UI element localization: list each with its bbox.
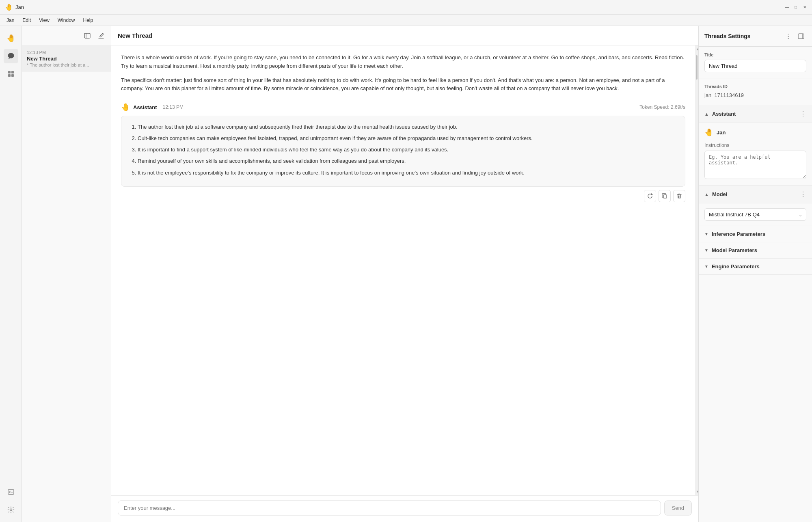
- title-label: Title: [704, 52, 806, 57]
- assistant-emoji: 🤚: [121, 103, 130, 112]
- assistant-name-row: 🤚 Jan: [704, 128, 806, 137]
- icon-sidebar: 🤚: [0, 26, 22, 522]
- inference-params-header[interactable]: ▼ Inference Parameters: [699, 226, 812, 242]
- svg-rect-3: [11, 74, 14, 77]
- maximize-button[interactable]: □: [793, 5, 798, 10]
- delete-button[interactable]: [673, 190, 685, 202]
- thread-item[interactable]: 12:13 PM New Thread * The author lost th…: [22, 46, 111, 72]
- model-params-section: ▼ Model Parameters: [699, 242, 812, 259]
- assistant-section-name: Jan: [717, 129, 726, 136]
- thread-item-time: 12:13 PM: [27, 50, 106, 55]
- chat-title: New Thread: [118, 32, 152, 39]
- assistant-section-header[interactable]: ▲ Assistant ⋮: [699, 105, 812, 123]
- thread-item-title: New Thread: [27, 56, 106, 62]
- user-message: There is a whole world outside of work. …: [121, 54, 685, 93]
- settings-more-icon[interactable]: ⋮: [783, 31, 793, 41]
- user-message-p2: The specifics don't matter: just find so…: [121, 76, 685, 93]
- engine-params-chevron-icon: ▼: [704, 264, 708, 269]
- chat-messages: There is a whole world outside of work. …: [111, 45, 695, 495]
- svg-rect-2: [8, 74, 11, 77]
- assistant-message: 🤚 Assistant 12:13 PM Token Speed: 2.69t/…: [121, 103, 685, 202]
- svg-point-5: [10, 509, 12, 511]
- thread-sidebar: 12:13 PM New Thread * The author lost th…: [22, 26, 111, 522]
- svg-rect-1: [11, 71, 14, 73]
- list-item: It is not the employee's responsibility …: [138, 168, 677, 177]
- title-input[interactable]: [704, 60, 806, 72]
- user-message-p1: There is a whole world outside of work. …: [121, 54, 685, 71]
- assistant-more-icon[interactable]: ⋮: [800, 110, 806, 118]
- settings-title-section: Title: [699, 47, 812, 78]
- close-button[interactable]: ✕: [802, 5, 807, 10]
- titlebar: 🤚 Jan — □ ✕: [0, 0, 812, 15]
- inference-params-section: ▼ Inference Parameters: [699, 226, 812, 242]
- sidebar-item-settings[interactable]: [4, 503, 18, 517]
- assistant-name-label: Assistant: [133, 104, 157, 110]
- copy-button[interactable]: [659, 190, 671, 202]
- engine-params-section: ▼ Engine Parameters: [699, 259, 812, 275]
- scroll-down-arrow[interactable]: ▼: [696, 489, 698, 494]
- model-select-wrapper: Mistral Instruct 7B Q4 ⌄: [704, 208, 806, 221]
- sidebar-bottom: [4, 485, 18, 517]
- chat-header: New Thread: [111, 26, 698, 45]
- assistant-section-emoji: 🤚: [704, 128, 713, 137]
- svg-rect-4: [8, 490, 14, 494]
- collapse-sidebar-button[interactable]: [82, 30, 93, 41]
- menu-jan[interactable]: Jan: [3, 17, 17, 24]
- inference-params-chevron-icon: ▼: [704, 232, 708, 236]
- svg-rect-0: [8, 71, 11, 73]
- assistant-label: Assistant: [712, 111, 736, 117]
- menu-view[interactable]: View: [36, 17, 53, 24]
- model-chevron-icon: ▲: [704, 192, 709, 197]
- engine-params-label: Engine Parameters: [712, 263, 760, 270]
- scroll-up-arrow[interactable]: ▲: [696, 46, 698, 52]
- assistant-message-header: 🤚 Assistant 12:13 PM Token Speed: 2.69t/…: [121, 103, 685, 112]
- chat-scrollbar[interactable]: ▲ ▼: [695, 45, 698, 495]
- model-select[interactable]: Mistral Instruct 7B Q4: [704, 208, 806, 221]
- token-speed-value: 2.69t/s: [671, 104, 685, 110]
- app-body: 🤚: [0, 26, 812, 522]
- sidebar-item-chat[interactable]: [4, 49, 18, 63]
- assistant-name-row: 🤚 Assistant 12:13 PM: [121, 103, 184, 112]
- assistant-section-title: ▲ Assistant: [704, 111, 736, 117]
- list-item: It is important to find a support system…: [138, 145, 677, 154]
- chat-input[interactable]: [118, 500, 661, 516]
- settings-collapse-icon[interactable]: [796, 31, 806, 41]
- threads-id-label: Threads ID: [704, 84, 806, 89]
- assistant-message-content: The author lost their job at a software …: [121, 116, 685, 186]
- engine-params-header[interactable]: ▼ Engine Parameters: [699, 259, 812, 274]
- list-item: The author lost their job at a software …: [138, 123, 677, 132]
- send-button[interactable]: Send: [664, 500, 692, 516]
- instructions-textarea[interactable]: [704, 151, 806, 179]
- sidebar-item-hand[interactable]: 🤚: [4, 31, 18, 45]
- thread-list: 12:13 PM New Thread * The author lost th…: [22, 46, 111, 522]
- window-controls: — □ ✕: [784, 5, 807, 10]
- settings-panel-title: Threads Settings: [704, 33, 751, 39]
- menu-help[interactable]: Help: [80, 17, 97, 24]
- sidebar-item-apps[interactable]: [4, 67, 18, 81]
- thread-sidebar-header: [22, 26, 111, 46]
- scroll-thumb[interactable]: [696, 55, 698, 80]
- menu-edit[interactable]: Edit: [19, 17, 34, 24]
- app-title: Jan: [15, 4, 24, 10]
- model-content: Mistral Instruct 7B Q4 ⌄: [699, 203, 812, 226]
- sidebar-item-terminal[interactable]: [4, 485, 18, 499]
- model-more-icon[interactable]: ⋮: [800, 190, 806, 198]
- response-list: The author lost their job at a software …: [130, 123, 677, 177]
- svg-rect-9: [798, 34, 804, 39]
- settings-header-icons: ⋮: [783, 31, 806, 41]
- assistant-content: 🤚 Jan Instructions: [699, 123, 812, 186]
- chat-scroll-wrapper: There is a whole world outside of work. …: [111, 45, 698, 495]
- regenerate-button[interactable]: [644, 190, 656, 202]
- minimize-button[interactable]: —: [784, 5, 789, 10]
- threads-id-value: jan_1711134619: [704, 91, 806, 99]
- model-params-header[interactable]: ▼ Model Parameters: [699, 242, 812, 258]
- app-icon: 🤚: [5, 3, 13, 11]
- svg-rect-6: [84, 33, 90, 38]
- model-label: Model: [712, 191, 728, 197]
- model-section-header[interactable]: ▲ Model ⋮: [699, 186, 812, 203]
- menu-window[interactable]: Window: [54, 17, 78, 24]
- thread-item-preview: * The author lost their job at a...: [27, 63, 106, 67]
- token-speed: Token Speed: 2.69t/s: [639, 104, 685, 110]
- new-thread-button[interactable]: [95, 30, 107, 41]
- model-params-label: Model Parameters: [712, 247, 757, 253]
